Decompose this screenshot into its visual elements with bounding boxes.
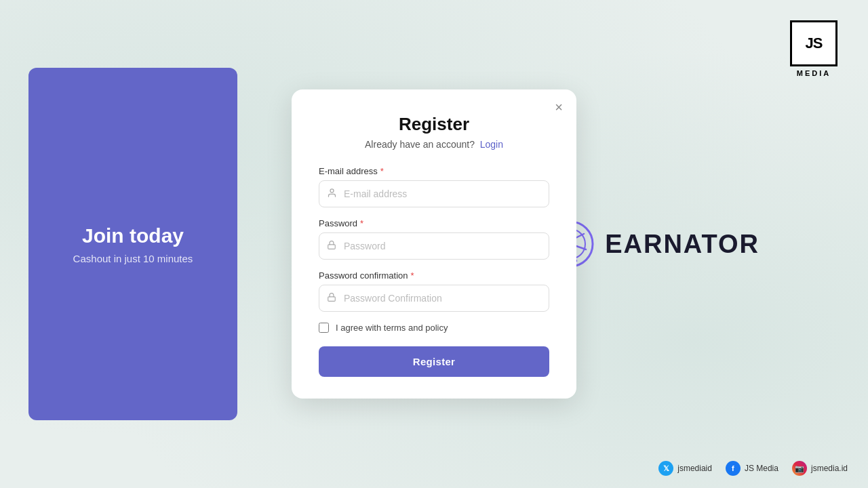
instagram-handle: jsmedia.id	[811, 464, 848, 473]
user-icon	[327, 188, 337, 200]
modal-title: Register	[319, 114, 549, 135]
register-modal: × Register Already have an account? Logi…	[292, 89, 576, 399]
password-confirm-field-group: Password confirmation *	[319, 270, 549, 312]
twitter-icon: 𝕏	[658, 461, 673, 476]
register-button[interactable]: Register	[319, 346, 549, 377]
logo-media-label: MEDIA	[797, 69, 831, 77]
password-confirm-input[interactable]	[319, 285, 549, 312]
modal-subtitle: Already have an account? Login	[319, 139, 549, 150]
svg-rect-11	[328, 245, 336, 249]
close-button[interactable]: ×	[555, 100, 563, 114]
lock-icon	[327, 241, 336, 252]
twitter-handle: jsmediaid	[677, 464, 712, 473]
svg-point-10	[330, 189, 334, 192]
instagram-icon: 📷	[792, 461, 807, 476]
password-input[interactable]	[319, 232, 549, 260]
left-panel-title: Join today	[82, 224, 184, 247]
login-link[interactable]: Login	[480, 139, 503, 150]
footer-twitter: 𝕏 jsmediaid	[658, 461, 712, 476]
left-panel: Join today Cashout in just 10 minutes	[28, 68, 237, 420]
password-field-group: Password *	[319, 218, 549, 260]
logo-js-text: JS	[806, 35, 823, 52]
password-input-wrapper	[319, 232, 549, 260]
email-label: E-mail address *	[319, 166, 549, 176]
earnator-logo: EARNATOR	[547, 220, 760, 268]
facebook-icon: f	[726, 461, 741, 476]
password-confirm-input-wrapper	[319, 285, 549, 312]
email-input-wrapper	[319, 180, 549, 207]
left-panel-subtitle: Cashout in just 10 minutes	[73, 253, 193, 264]
terms-label: I agree with terms and policy	[336, 323, 448, 333]
footer-facebook: f JS Media	[726, 461, 778, 476]
footer: 𝕏 jsmediaid f JS Media 📷 jsmedia.id	[658, 461, 848, 476]
password-label: Password *	[319, 218, 549, 228]
password-confirm-label: Password confirmation *	[319, 270, 549, 281]
email-field-group: E-mail address *	[319, 166, 549, 207]
footer-instagram: 📷 jsmedia.id	[792, 461, 848, 476]
email-input[interactable]	[319, 180, 549, 207]
lock-confirm-icon	[327, 293, 336, 304]
terms-row: I agree with terms and policy	[319, 323, 549, 333]
svg-rect-12	[328, 297, 336, 301]
logo-box: JS	[790, 20, 837, 66]
earnator-text: EARNATOR	[605, 230, 760, 259]
terms-checkbox[interactable]	[319, 323, 329, 333]
facebook-handle: JS Media	[745, 464, 778, 473]
js-media-logo: JS MEDIA	[787, 20, 841, 81]
